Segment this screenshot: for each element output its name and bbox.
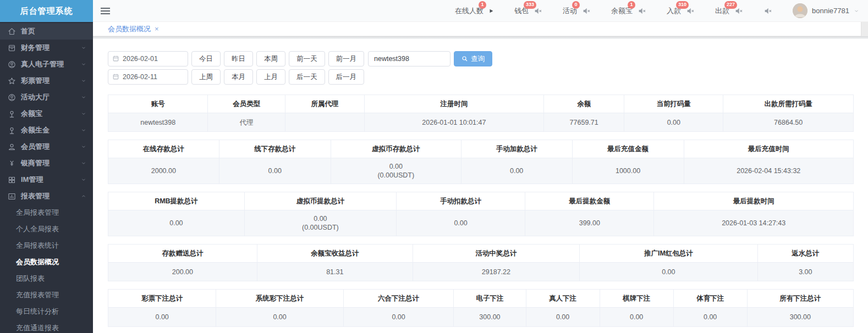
sidebar-item-activity-hall[interactable]: 活动大厅	[0, 89, 93, 106]
header-nav: 在线人数1钱包333活动0余额宝1入款310出款227	[455, 6, 772, 16]
header-item-activity[interactable]: 活动0	[563, 6, 591, 16]
header-item-wallet[interactable]: 钱包333	[514, 6, 542, 16]
sidebar-subitem-2[interactable]: 全局报表统计	[0, 237, 93, 254]
chevron-up-icon	[81, 193, 86, 199]
sidebar-subitem-5[interactable]: 充值报表管理	[0, 287, 93, 303]
tab-member-data-overview[interactable]: 会员数据概况 ×	[108, 24, 159, 34]
header-item-label: 出款227	[715, 6, 729, 16]
column-header: 注册时间	[365, 95, 544, 113]
sidebar-item-im[interactable]: IM管理	[0, 171, 93, 188]
header-item-label: 在线人数1	[455, 6, 484, 16]
column-header: 体育下注	[674, 290, 748, 308]
username-input[interactable]	[368, 51, 451, 66]
filter-row-2: 上周本月上月后一天后一月	[108, 69, 854, 85]
quick-range-button-本月[interactable]: 本月	[224, 69, 253, 85]
table-betting-summary: 彩票下注总计系统彩下注总计六合下注总计电子下注真人下注棋牌下注体育下注所有下注总…	[108, 289, 854, 327]
table-cell	[285, 113, 365, 131]
table-cell: 200.00	[108, 263, 257, 281]
table-value-row: 0.000.00(0.00USDT)0.00399.002026-01-03 1…	[108, 210, 853, 236]
table-cell: 76864.50	[723, 113, 853, 131]
muted-speaker-icon[interactable]	[763, 7, 772, 15]
username: bonnie7781	[812, 7, 849, 15]
home-icon	[8, 27, 16, 36]
sidebar-item-merchant[interactable]: 银商管理	[0, 155, 93, 171]
page-scrollbar[interactable]	[861, 22, 868, 36]
muted-speaker-icon[interactable]	[638, 7, 646, 15]
table-value-row: 0.000.000.00300.000.000.000.00300.00	[108, 308, 853, 326]
sidebar-subitem-0[interactable]: 全局报表管理	[0, 204, 93, 221]
table-bonus-summary: 存款赠送总计余额宝收益总计活动中奖总计推广IM红包总计返水总计200.0081.…	[108, 244, 854, 281]
quick-range-button-今日[interactable]: 今日	[191, 51, 221, 66]
muted-speaker-icon[interactable]	[582, 7, 591, 15]
date-to-field[interactable]	[108, 69, 188, 85]
quick-range-button-后一天[interactable]: 后一天	[289, 69, 325, 85]
chevron-down-icon	[81, 144, 86, 149]
query-button[interactable]: 查询	[454, 51, 492, 66]
table-cell: 0.00(0.00USDT)	[331, 158, 462, 184]
sidebar-item-members[interactable]: 会员管理	[0, 138, 93, 155]
sidebar-item-label: 活动大厅	[21, 92, 50, 102]
header-item-deposit[interactable]: 入款310	[667, 6, 695, 16]
chevron-down-icon	[81, 62, 86, 67]
column-header: 所属代理	[285, 95, 365, 113]
date-from-field[interactable]	[108, 51, 188, 66]
table-cell: 2026-01-03 14:27:43	[654, 210, 853, 236]
sidebar-subitem-4[interactable]: 团队报表	[0, 270, 93, 287]
bank-icon	[8, 159, 16, 168]
quick-range-button-后一月[interactable]: 后一月	[328, 69, 365, 85]
sidebar-item-yuebao[interactable]: 余额宝	[0, 106, 93, 122]
chevron-down-icon	[81, 127, 86, 133]
count-badge: 0	[572, 1, 580, 9]
header-item-online-count[interactable]: 在线人数1	[455, 6, 494, 16]
header-item-sound[interactable]	[763, 7, 772, 15]
quick-range-button-上月[interactable]: 上月	[256, 69, 285, 85]
quick-range-button-本周[interactable]: 本周	[256, 51, 285, 66]
chevron-down-icon	[81, 95, 86, 100]
table-cell: 29187.22	[413, 263, 580, 281]
header-item-label: 入款310	[667, 6, 681, 16]
column-header: 手动加款总计	[462, 140, 573, 158]
sidebar-item-label: 报表管理	[21, 191, 50, 201]
quick-range-button-前一月[interactable]: 前一月	[328, 51, 365, 66]
quick-range-button-昨日[interactable]: 昨日	[224, 51, 253, 66]
close-icon[interactable]: ×	[155, 25, 159, 32]
sidebar-subitem-6[interactable]: 每日统计分析	[0, 303, 93, 320]
table-account-overview: 账号会员类型所属代理注册时间余额当前打码量出款所需打码量newtest398代理…	[108, 95, 854, 132]
table-cell: 81.31	[257, 263, 413, 281]
table-cell: 0.00	[344, 308, 454, 326]
column-header: 在线存款总计	[108, 140, 219, 158]
filter-form: 今日昨日本周前一天前一月 查询 上周本月上月后一天后一月	[108, 51, 854, 85]
sidebar-subitem-7[interactable]: 充值通道报表	[0, 320, 93, 333]
sidebar-subitem-1[interactable]: 个人全局报表	[0, 221, 93, 237]
column-header: 手动扣款总计	[397, 192, 525, 210]
header-item-yuebao[interactable]: 余额宝1	[611, 6, 646, 16]
table-withdrawal-summary: RMB提款总计虚拟币提款总计手动扣款总计最后提款金额最后提款时间0.000.00…	[108, 192, 854, 236]
sidebar-item-home[interactable]: 首页	[0, 23, 93, 40]
sidebar-item-lottery[interactable]: 彩票管理	[0, 73, 93, 89]
table-cell: 2026-02-04 15:43:32	[684, 158, 853, 184]
date-from-input[interactable]	[108, 51, 188, 66]
top-header: 后台管理系统 在线人数1钱包333活动0余额宝1入款310出款227 bonni…	[0, 0, 868, 22]
user-menu[interactable]: bonnie7781	[793, 3, 859, 18]
sidebar-item-reports[interactable]: 报表管理	[0, 188, 93, 204]
date-to-input[interactable]	[108, 69, 188, 85]
sidebar-item-yuesheng[interactable]: 余额生金	[0, 122, 93, 138]
table-cell: 3.00	[758, 263, 853, 281]
table-cell: 0.00	[600, 308, 674, 326]
column-header: 返水总计	[758, 245, 853, 263]
table-header-row: 存款赠送总计余额宝收益总计活动中奖总计推广IM红包总计返水总计	[108, 245, 853, 263]
avatar	[793, 3, 807, 18]
hamburger-menu-icon[interactable]	[101, 6, 112, 16]
sidebar-subitem-3[interactable]: 会员数据概况	[0, 254, 93, 270]
column-header: 最后充值时间	[684, 140, 853, 158]
sidebar-item-finance[interactable]: 财务管理	[0, 40, 93, 56]
quick-range-button-上周[interactable]: 上周	[191, 69, 221, 85]
table-value-row: 200.0081.3129187.220.003.00	[108, 263, 853, 281]
tab-bar: 会员数据概况 ×	[93, 22, 868, 36]
table-cell: 代理	[208, 113, 285, 131]
filter-row-1: 今日昨日本周前一天前一月 查询	[108, 51, 854, 66]
quick-range-button-前一天[interactable]: 前一天	[289, 51, 325, 66]
header-item-withdrawal[interactable]: 出款227	[715, 6, 743, 16]
sidebar-item-live-casino[interactable]: 真人电子管理	[0, 56, 93, 73]
play-icon[interactable]	[488, 8, 494, 14]
